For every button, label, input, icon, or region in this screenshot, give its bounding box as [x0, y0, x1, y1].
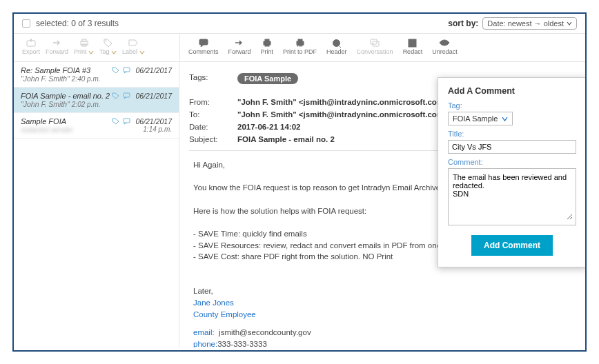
panel-title-input[interactable]: [448, 140, 576, 154]
tags-label: Tags:: [189, 73, 237, 84]
date-value: 2017-06-21 14:02: [237, 123, 300, 131]
print-button[interactable]: Print: [74, 38, 94, 56]
tag-icon: [112, 118, 120, 125]
toolbar: ExportForwardPrint Tag Label CommentsFor…: [14, 34, 585, 61]
signature-title[interactable]: County Employee: [193, 310, 256, 318]
list-item-subject: FOIA Sample - email no. 2: [21, 92, 110, 100]
panel-title-label: Title:: [448, 130, 576, 138]
list-item-date: 06/21/2017: [135, 92, 172, 100]
tag-icon: [112, 67, 120, 74]
top-bar: selected: 0 of 3 results sort by: Date: …: [14, 14, 585, 33]
svg-rect-2: [82, 39, 86, 41]
sort-by-label: sort by:: [448, 19, 478, 28]
list-item-date: 06/21/2017: [135, 66, 172, 74]
date-label: Date:: [189, 123, 237, 131]
email-list-item[interactable]: Re: Sample FOIA #3 06/21/2017 "John F. S…: [14, 62, 179, 88]
email-list-item[interactable]: Sample FOIA 06/21/2017 redacted sender 1…: [14, 113, 179, 139]
email-value: jsmith@secondcounty.gov: [219, 328, 311, 336]
to-label: To:: [189, 110, 237, 119]
selection-count: selected: 0 of 3 results: [36, 19, 119, 28]
tag-icon: [112, 92, 120, 99]
forward-icon: [52, 38, 63, 48]
print-icon: [262, 38, 273, 48]
comments-button[interactable]: Comments: [188, 38, 219, 56]
forward-icon: [234, 38, 245, 48]
export-icon: [26, 38, 37, 48]
panel-comment-label: Comment:: [448, 158, 576, 166]
label-button[interactable]: Label: [122, 38, 145, 56]
list-item-from: "John F. Smith" 2:40 p.m.: [21, 74, 101, 83]
unredact-button[interactable]: Unredact: [432, 38, 458, 56]
list-item-date: 06/21/2017: [135, 117, 172, 125]
print-icon: [79, 38, 90, 48]
comment-icon: [123, 92, 131, 99]
chevron-down-icon: [567, 21, 572, 26]
panel-tag-label: Tag:: [448, 101, 576, 110]
list-item-subject: Re: Sample FOIA #3: [21, 66, 90, 74]
svg-rect-20: [124, 119, 130, 123]
list-item-from: redacted sender: [21, 125, 73, 134]
email-label: email:: [193, 328, 215, 336]
to-value: "John F. Smith" <jsmith@intradyninc.onmi…: [237, 110, 449, 119]
comment-icon: [123, 118, 131, 125]
email-list: Re: Sample FOIA #3 06/21/2017 "John F. S…: [14, 62, 179, 347]
select-all-checkbox[interactable]: [22, 19, 30, 28]
forward-button[interactable]: Forward: [228, 38, 251, 56]
forward-button[interactable]: Forward: [46, 38, 68, 56]
chevron-down-icon: [502, 116, 508, 122]
svg-rect-7: [265, 39, 269, 41]
svg-rect-8: [265, 44, 269, 46]
add-comment-button[interactable]: Add Comment: [471, 235, 553, 256]
phone-label: phone:: [193, 340, 217, 347]
svg-point-4: [106, 40, 107, 41]
subject-label: Subject:: [189, 135, 237, 143]
list-item-time: 1:14 p.m.: [143, 125, 172, 133]
add-comment-panel: Add A Comment Tag: FOIA Sample Title: Co…: [438, 77, 587, 267]
export-button[interactable]: Export: [22, 38, 40, 56]
header-button[interactable]: Header: [326, 38, 347, 56]
redact-icon: [407, 38, 418, 48]
svg-rect-10: [298, 39, 302, 41]
tag-button[interactable]: Tag: [99, 38, 117, 56]
conversation-button: Conversation: [357, 38, 393, 56]
unredact-icon: [439, 38, 450, 48]
app-frame: selected: 0 of 3 results sort by: Date: …: [12, 12, 587, 352]
sort-select-value: Date: newest → oldest: [487, 19, 564, 28]
panel-tag-value: FOIA Sample: [453, 114, 498, 123]
print-to-pdf-button[interactable]: PDFPrint to PDF: [283, 38, 317, 56]
comment-icon: [123, 67, 131, 74]
svg-rect-19: [124, 93, 130, 97]
list-item-subject: Sample FOIA: [21, 117, 66, 125]
panel-title: Add A Comment: [448, 86, 576, 96]
list-item-time: 2:40 p.m.: [72, 75, 101, 83]
svg-rect-18: [124, 68, 130, 72]
list-item-time: 2:02 p.m.: [72, 101, 101, 108]
sort-select[interactable]: Date: newest → oldest: [482, 17, 577, 30]
signature-name[interactable]: Jane Jones: [193, 299, 234, 307]
print-to-pdf-icon: PDF: [295, 38, 306, 48]
tag-pill[interactable]: FOIA Sample: [237, 73, 298, 84]
from-value: "John F. Smith" <jsmith@intradyninc.onmi…: [237, 98, 449, 106]
svg-point-12: [333, 39, 340, 46]
subject-value: FOIA Sample - email no. 2: [237, 135, 335, 143]
email-list-item[interactable]: FOIA Sample - email no. 2 06/21/2017 "Jo…: [14, 88, 179, 113]
svg-rect-5: [199, 39, 208, 45]
svg-text:PDF: PDF: [297, 43, 304, 47]
from-label: From:: [189, 98, 237, 106]
comments-icon: [198, 38, 209, 48]
phone-value: 333-333-3333: [217, 340, 267, 347]
list-item-from: "John F. Smith" 2:02 p.m.: [21, 100, 101, 108]
panel-comment-textarea[interactable]: [451, 172, 573, 220]
body-closing: Later,: [193, 285, 571, 297]
redact-button[interactable]: Redact: [403, 38, 423, 56]
header-icon: [331, 38, 342, 48]
svg-point-17: [443, 41, 446, 44]
panel-tag-select[interactable]: FOIA Sample: [448, 112, 513, 125]
svg-line-13: [340, 46, 341, 48]
print-button[interactable]: Print: [261, 38, 274, 56]
tag-icon: [103, 38, 114, 48]
label-icon: [128, 38, 139, 48]
conversation-icon: [369, 38, 380, 48]
